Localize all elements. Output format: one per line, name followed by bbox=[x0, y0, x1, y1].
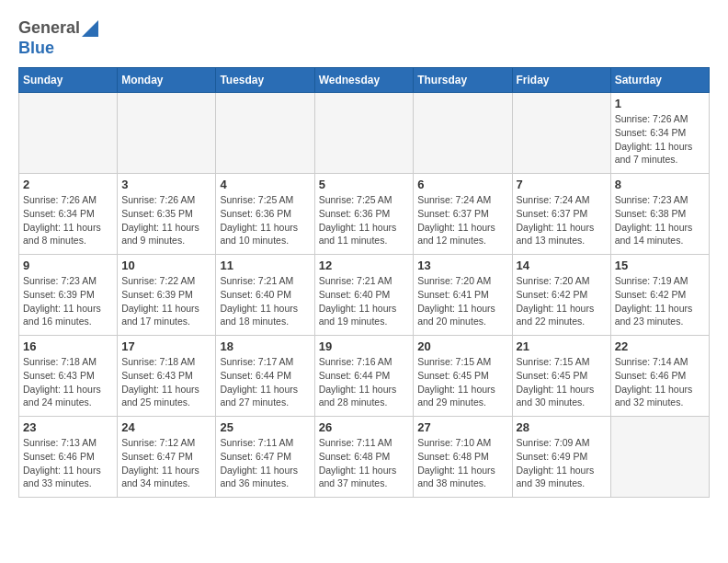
day-number: 5 bbox=[319, 178, 410, 191]
calendar-day-cell bbox=[610, 417, 709, 498]
day-number: 26 bbox=[319, 420, 410, 434]
day-info: Sunrise: 7:26 AM Sunset: 6:34 PM Dayligh… bbox=[615, 112, 705, 167]
calendar-day-cell: 4Sunrise: 7:25 AM Sunset: 6:36 PM Daylig… bbox=[216, 174, 314, 255]
day-number: 9 bbox=[23, 259, 113, 272]
day-info: Sunrise: 7:10 AM Sunset: 6:48 PM Dayligh… bbox=[417, 436, 507, 490]
day-of-week-header: Saturday bbox=[610, 68, 709, 93]
calendar-table: SundayMondayTuesdayWednesdayThursdayFrid… bbox=[18, 67, 710, 498]
day-number: 4 bbox=[220, 178, 310, 191]
day-number: 8 bbox=[615, 178, 705, 191]
calendar-day-cell bbox=[414, 93, 512, 174]
day-info: Sunrise: 7:14 AM Sunset: 6:46 PM Dayligh… bbox=[615, 355, 705, 409]
day-info: Sunrise: 7:21 AM Sunset: 6:40 PM Dayligh… bbox=[319, 274, 410, 328]
day-info: Sunrise: 7:16 AM Sunset: 6:44 PM Dayligh… bbox=[319, 355, 410, 409]
day-number: 16 bbox=[23, 339, 113, 353]
day-info: Sunrise: 7:19 AM Sunset: 6:42 PM Dayligh… bbox=[615, 274, 705, 328]
day-info: Sunrise: 7:21 AM Sunset: 6:40 PM Dayligh… bbox=[220, 274, 310, 328]
day-number: 13 bbox=[417, 259, 507, 272]
day-number: 27 bbox=[417, 420, 507, 434]
day-number: 6 bbox=[417, 178, 507, 191]
calendar-day-cell bbox=[118, 93, 216, 174]
calendar-day-cell bbox=[216, 93, 314, 174]
day-number: 11 bbox=[220, 259, 310, 272]
day-of-week-header: Friday bbox=[512, 68, 610, 93]
page-header: General Blue bbox=[18, 18, 710, 58]
calendar-day-cell bbox=[314, 93, 414, 174]
logo-triangle-icon bbox=[82, 20, 98, 37]
day-number: 28 bbox=[517, 420, 607, 434]
calendar-day-cell bbox=[19, 93, 118, 174]
day-info: Sunrise: 7:15 AM Sunset: 6:45 PM Dayligh… bbox=[417, 355, 507, 409]
calendar-day-cell: 5Sunrise: 7:25 AM Sunset: 6:36 PM Daylig… bbox=[314, 174, 414, 255]
day-number: 7 bbox=[517, 178, 607, 191]
calendar-day-cell: 18Sunrise: 7:17 AM Sunset: 6:44 PM Dayli… bbox=[216, 336, 314, 417]
day-info: Sunrise: 7:25 AM Sunset: 6:36 PM Dayligh… bbox=[220, 193, 310, 247]
day-number: 10 bbox=[121, 259, 211, 272]
calendar-day-cell: 3Sunrise: 7:26 AM Sunset: 6:35 PM Daylig… bbox=[118, 174, 216, 255]
day-info: Sunrise: 7:18 AM Sunset: 6:43 PM Dayligh… bbox=[121, 355, 211, 409]
calendar-day-cell: 20Sunrise: 7:15 AM Sunset: 6:45 PM Dayli… bbox=[414, 336, 512, 417]
day-of-week-header: Thursday bbox=[414, 68, 512, 93]
calendar-week-row: 16Sunrise: 7:18 AM Sunset: 6:43 PM Dayli… bbox=[19, 336, 710, 417]
calendar-week-row: 2Sunrise: 7:26 AM Sunset: 6:34 PM Daylig… bbox=[19, 174, 710, 255]
calendar-day-cell: 23Sunrise: 7:13 AM Sunset: 6:46 PM Dayli… bbox=[19, 417, 118, 498]
day-info: Sunrise: 7:13 AM Sunset: 6:46 PM Dayligh… bbox=[23, 436, 113, 490]
svg-marker-0 bbox=[82, 20, 98, 37]
calendar-day-cell: 8Sunrise: 7:23 AM Sunset: 6:38 PM Daylig… bbox=[610, 174, 709, 255]
day-info: Sunrise: 7:20 AM Sunset: 6:42 PM Dayligh… bbox=[517, 274, 607, 328]
calendar-day-cell: 19Sunrise: 7:16 AM Sunset: 6:44 PM Dayli… bbox=[314, 336, 414, 417]
logo-general: General bbox=[18, 18, 80, 39]
day-number: 1 bbox=[615, 97, 705, 110]
day-info: Sunrise: 7:24 AM Sunset: 6:37 PM Dayligh… bbox=[517, 193, 607, 247]
calendar-week-row: 23Sunrise: 7:13 AM Sunset: 6:46 PM Dayli… bbox=[19, 417, 710, 498]
calendar-day-cell: 7Sunrise: 7:24 AM Sunset: 6:37 PM Daylig… bbox=[512, 174, 610, 255]
day-info: Sunrise: 7:17 AM Sunset: 6:44 PM Dayligh… bbox=[220, 355, 310, 409]
calendar-day-cell: 22Sunrise: 7:14 AM Sunset: 6:46 PM Dayli… bbox=[610, 336, 709, 417]
calendar-header-row: SundayMondayTuesdayWednesdayThursdayFrid… bbox=[19, 68, 710, 93]
calendar-day-cell bbox=[512, 93, 610, 174]
day-info: Sunrise: 7:23 AM Sunset: 6:38 PM Dayligh… bbox=[615, 193, 705, 247]
day-number: 23 bbox=[23, 420, 113, 434]
calendar-day-cell: 21Sunrise: 7:15 AM Sunset: 6:45 PM Dayli… bbox=[512, 336, 610, 417]
day-number: 21 bbox=[517, 339, 607, 353]
logo-blue: Blue bbox=[18, 39, 98, 59]
day-number: 17 bbox=[121, 339, 211, 353]
calendar-day-cell: 10Sunrise: 7:22 AM Sunset: 6:39 PM Dayli… bbox=[118, 255, 216, 336]
day-info: Sunrise: 7:22 AM Sunset: 6:39 PM Dayligh… bbox=[121, 274, 211, 328]
day-of-week-header: Sunday bbox=[19, 68, 118, 93]
day-info: Sunrise: 7:11 AM Sunset: 6:48 PM Dayligh… bbox=[319, 436, 410, 490]
day-of-week-header: Wednesday bbox=[314, 68, 414, 93]
day-info: Sunrise: 7:23 AM Sunset: 6:39 PM Dayligh… bbox=[23, 274, 113, 328]
calendar-day-cell: 15Sunrise: 7:19 AM Sunset: 6:42 PM Dayli… bbox=[610, 255, 709, 336]
day-number: 14 bbox=[517, 259, 607, 272]
calendar-day-cell: 17Sunrise: 7:18 AM Sunset: 6:43 PM Dayli… bbox=[118, 336, 216, 417]
calendar-day-cell: 2Sunrise: 7:26 AM Sunset: 6:34 PM Daylig… bbox=[19, 174, 118, 255]
day-number: 20 bbox=[417, 339, 507, 353]
day-info: Sunrise: 7:20 AM Sunset: 6:41 PM Dayligh… bbox=[417, 274, 507, 328]
calendar-day-cell: 6Sunrise: 7:24 AM Sunset: 6:37 PM Daylig… bbox=[414, 174, 512, 255]
calendar-week-row: 1Sunrise: 7:26 AM Sunset: 6:34 PM Daylig… bbox=[19, 93, 710, 174]
calendar-day-cell: 25Sunrise: 7:11 AM Sunset: 6:47 PM Dayli… bbox=[216, 417, 314, 498]
day-number: 19 bbox=[319, 339, 410, 353]
day-info: Sunrise: 7:26 AM Sunset: 6:35 PM Dayligh… bbox=[121, 193, 211, 247]
day-info: Sunrise: 7:26 AM Sunset: 6:34 PM Dayligh… bbox=[23, 193, 113, 247]
day-of-week-header: Monday bbox=[118, 68, 216, 93]
calendar-day-cell: 24Sunrise: 7:12 AM Sunset: 6:47 PM Dayli… bbox=[118, 417, 216, 498]
calendar-day-cell: 14Sunrise: 7:20 AM Sunset: 6:42 PM Dayli… bbox=[512, 255, 610, 336]
day-of-week-header: Tuesday bbox=[216, 68, 314, 93]
day-number: 3 bbox=[121, 178, 211, 191]
day-info: Sunrise: 7:11 AM Sunset: 6:47 PM Dayligh… bbox=[220, 436, 310, 490]
day-info: Sunrise: 7:25 AM Sunset: 6:36 PM Dayligh… bbox=[319, 193, 410, 247]
day-info: Sunrise: 7:18 AM Sunset: 6:43 PM Dayligh… bbox=[23, 355, 113, 409]
calendar-day-cell: 27Sunrise: 7:10 AM Sunset: 6:48 PM Dayli… bbox=[414, 417, 512, 498]
calendar-day-cell: 13Sunrise: 7:20 AM Sunset: 6:41 PM Dayli… bbox=[414, 255, 512, 336]
day-info: Sunrise: 7:24 AM Sunset: 6:37 PM Dayligh… bbox=[417, 193, 507, 247]
calendar-day-cell: 11Sunrise: 7:21 AM Sunset: 6:40 PM Dayli… bbox=[216, 255, 314, 336]
calendar-day-cell: 1Sunrise: 7:26 AM Sunset: 6:34 PM Daylig… bbox=[610, 93, 709, 174]
day-info: Sunrise: 7:12 AM Sunset: 6:47 PM Dayligh… bbox=[121, 436, 211, 490]
day-info: Sunrise: 7:15 AM Sunset: 6:45 PM Dayligh… bbox=[517, 355, 607, 409]
day-info: Sunrise: 7:09 AM Sunset: 6:49 PM Dayligh… bbox=[517, 436, 607, 490]
calendar-day-cell: 12Sunrise: 7:21 AM Sunset: 6:40 PM Dayli… bbox=[314, 255, 414, 336]
day-number: 18 bbox=[220, 339, 310, 353]
day-number: 24 bbox=[121, 420, 211, 434]
